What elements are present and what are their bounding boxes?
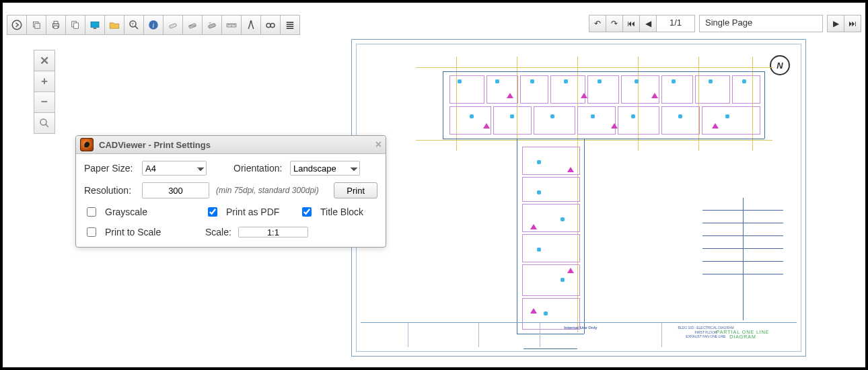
arrow-next-icon[interactable]: [7, 15, 27, 35]
print-settings-dialog: CADViewer - Print Settings × Paper Size:…: [75, 135, 386, 248]
svg-line-11: [135, 26, 139, 30]
list-icon[interactable]: [280, 15, 300, 35]
print-as-pdf-checkbox[interactable]: [208, 207, 217, 217]
dialog-title-text: CADViewer - Print Settings: [99, 140, 211, 150]
info-icon[interactable]: i: [143, 15, 164, 35]
north-arrow-icon: N: [770, 55, 790, 75]
print-icon[interactable]: [46, 15, 66, 35]
svg-point-0: [12, 20, 22, 30]
resolution-hint: (min 75dpi, standard 300dpi): [216, 186, 319, 195]
scale-input[interactable]: [238, 227, 308, 237]
svg-rect-5: [54, 26, 58, 29]
one-line-diagram: PARTIAL ONE LINE DIAGRAM: [702, 198, 783, 339]
compass-icon[interactable]: [241, 15, 261, 35]
tape-measure-icon[interactable]: [221, 15, 242, 35]
svg-point-26: [250, 20, 252, 22]
print-to-scale-label: Print to Scale: [105, 227, 161, 237]
svg-text:i: i: [153, 22, 155, 29]
print-button[interactable]: Print: [334, 182, 377, 198]
glasses-icon[interactable]: [260, 15, 281, 35]
svg-point-28: [270, 24, 275, 28]
print-as-pdf-label: Print as PDF: [226, 207, 279, 217]
title-block-internal: Internal Use Only: [540, 323, 621, 347]
svg-point-27: [266, 24, 270, 28]
app-frame: T i ↶ ↷ ⏮ ◀ 1/1 Single Page ▶ ⏭ ✕ + − N: [0, 0, 868, 370]
zoom-extents-icon[interactable]: ✕: [34, 50, 55, 71]
main-toolbar: T i: [7, 15, 300, 35]
zoom-text-icon[interactable]: T: [124, 15, 144, 35]
title-block-sheet: [750, 323, 797, 347]
zoom-window-icon[interactable]: [34, 112, 55, 134]
svg-rect-4: [54, 22, 58, 24]
page-control-bar: ↶ ↷ ⏮ ◀ 1/1 Single Page ▶ ⏭: [589, 15, 861, 32]
scale-label: Scale:: [205, 227, 231, 237]
prev-page-icon[interactable]: ◀: [639, 15, 657, 32]
svg-rect-9: [94, 28, 97, 30]
view-mode-display[interactable]: Single Page: [699, 15, 823, 32]
paper-size-label: Paper Size:: [84, 163, 142, 174]
resolution-label: Resolution:: [84, 185, 142, 196]
app-logo-icon: [80, 138, 94, 151]
zoom-bar: ✕ + −: [34, 50, 55, 134]
zoom-in-icon[interactable]: +: [34, 71, 55, 92]
close-icon[interactable]: ×: [375, 139, 382, 151]
grayscale-checkbox[interactable]: [87, 207, 96, 217]
drawing-canvas[interactable]: N: [339, 35, 811, 358]
grayscale-label: Grayscale: [105, 207, 147, 217]
title-block: Internal Use Only BLDG 103 - ELECTRICAL …: [361, 322, 797, 347]
print-to-scale-checkbox[interactable]: [87, 227, 96, 237]
eraser3-icon[interactable]: [202, 15, 222, 35]
next-page-icon[interactable]: ▶: [827, 15, 844, 32]
dialog-body: Paper Size: A4 Orientation: Landscape Re…: [76, 154, 386, 247]
layers-icon[interactable]: [26, 15, 46, 35]
undo-icon[interactable]: ↶: [589, 15, 606, 32]
svg-rect-8: [91, 22, 99, 28]
last-page-icon[interactable]: ⏭: [844, 15, 861, 32]
redo-icon[interactable]: ↷: [606, 15, 623, 32]
svg-rect-15: [169, 24, 176, 29]
svg-text:T: T: [131, 22, 134, 26]
folder-open-icon[interactable]: [104, 15, 124, 35]
orientation-label: Orientation:: [233, 163, 290, 174]
eraser1-icon[interactable]: [163, 15, 183, 35]
zoom-out-icon[interactable]: −: [34, 91, 55, 113]
drawing-border: N: [356, 44, 801, 352]
orientation-select[interactable]: Landscape: [290, 161, 360, 176]
title-block-checkbox[interactable]: [302, 207, 312, 217]
eraser2-icon[interactable]: [182, 15, 203, 35]
title-block-label: Title Block: [320, 207, 363, 217]
svg-rect-2: [35, 24, 40, 29]
dialog-titlebar[interactable]: CADViewer - Print Settings ×: [76, 136, 386, 154]
page-indicator[interactable]: 1/1: [656, 15, 695, 32]
svg-line-35: [46, 124, 49, 128]
copy-multi-icon[interactable]: [65, 15, 85, 35]
paper-size-select[interactable]: A4: [142, 161, 207, 176]
svg-rect-18: [208, 24, 215, 29]
title-block-main: BLDG 103 - ELECTRICAL DIAGRAM FIRST FLOO…: [662, 323, 750, 347]
drawing-sheet: N: [351, 39, 806, 357]
first-page-icon[interactable]: ⏮: [622, 15, 640, 32]
resolution-input[interactable]: [142, 182, 209, 198]
svg-rect-7: [74, 23, 79, 28]
screen-icon[interactable]: [85, 15, 105, 35]
